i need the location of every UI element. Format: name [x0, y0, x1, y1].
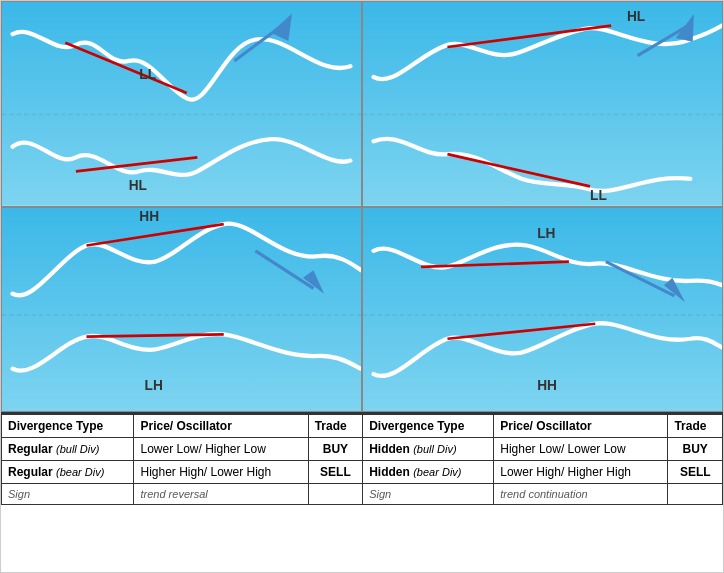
chart-bottom-right: LH HH	[362, 207, 723, 413]
chart-bottom-left: HH LH	[1, 207, 362, 413]
table-row-bull: Regular (bull Div) Lower Low/ Higher Low…	[2, 438, 723, 461]
col-header-div-type-1: Divergence Type	[2, 415, 134, 438]
svg-text:HL: HL	[627, 8, 646, 24]
trade-1-bull: BUY	[308, 438, 363, 461]
price-1-bull: Lower Low/ Higher Low	[134, 438, 308, 461]
chart-top-left: LL HL	[1, 1, 362, 207]
chart-top-right: HL LL	[362, 1, 723, 207]
col-header-price-1: Price/ Oscillator	[134, 415, 308, 438]
sign-1-trade	[308, 484, 363, 505]
svg-rect-16	[2, 208, 361, 412]
svg-text:LH: LH	[145, 377, 163, 393]
svg-text:HH: HH	[537, 377, 557, 393]
svg-text:HL: HL	[129, 176, 148, 192]
sign-1-value: trend reversal	[134, 484, 308, 505]
price-1-bear: Higher High/ Lower High	[134, 461, 308, 484]
table-row-bear: Regular (bear Div) Higher High/ Lower Hi…	[2, 461, 723, 484]
svg-text:LH: LH	[537, 225, 555, 241]
price-2-bull: Higher Low/ Lower Low	[494, 438, 668, 461]
div-type-1-bear: Regular (bear Div)	[2, 461, 134, 484]
col-header-trade-2: Trade	[668, 415, 723, 438]
table-section: Divergence Type Price/ Oscillator Trade …	[1, 414, 723, 572]
sign-2-value: trend continuation	[494, 484, 668, 505]
price-2-bear: Lower High/ Higher High	[494, 461, 668, 484]
sign-1-label: Sign	[2, 484, 134, 505]
div-type-1-bold: Regular	[8, 442, 53, 456]
div-type-2-bear-bold: Hidden	[369, 465, 410, 479]
main-container: LL HL	[0, 0, 724, 573]
div-type-1-bear-sub: (bear Div)	[56, 466, 104, 478]
div-type-2-bull: Hidden (bull Div)	[363, 438, 494, 461]
svg-text:LL: LL	[590, 187, 607, 203]
col-header-price-2: Price/ Oscillator	[494, 415, 668, 438]
div-type-2-bear-sub: (bear Div)	[413, 466, 461, 478]
div-type-2-sub: (bull Div)	[413, 443, 456, 455]
div-type-1-bull: Regular (bull Div)	[2, 438, 134, 461]
trade-2-bull: BUY	[668, 438, 723, 461]
charts-section: LL HL	[1, 1, 723, 414]
divergence-table: Divergence Type Price/ Oscillator Trade …	[1, 414, 723, 505]
table-row-sign: Sign trend reversal Sign trend continuat…	[2, 484, 723, 505]
sign-2-label: Sign	[363, 484, 494, 505]
col-header-trade-1: Trade	[308, 415, 363, 438]
div-type-2-bold: Hidden	[369, 442, 410, 456]
svg-text:HH: HH	[139, 208, 159, 224]
sign-2-trade	[668, 484, 723, 505]
div-type-1-bear-bold: Regular	[8, 465, 53, 479]
svg-text:LL: LL	[139, 66, 156, 82]
trade-2-bear: SELL	[668, 461, 723, 484]
div-type-2-bear: Hidden (bear Div)	[363, 461, 494, 484]
div-type-1-sub: (bull Div)	[56, 443, 99, 455]
col-header-div-type-2: Divergence Type	[363, 415, 494, 438]
trade-1-bear: SELL	[308, 461, 363, 484]
